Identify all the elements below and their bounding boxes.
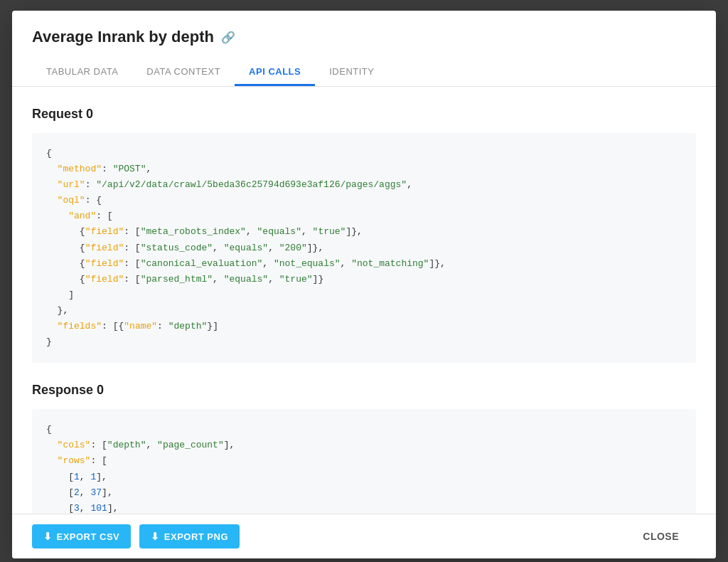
modal-body: Request 0 { "method": "POST", "url": "/a… <box>12 87 716 514</box>
tabs-bar: TABULAR DATA DATA CONTEXT API CALLS IDEN… <box>32 59 696 86</box>
response-section: Response 0 { "cols": ["depth", "page_cou… <box>32 383 696 514</box>
link-icon[interactable]: 🔗 <box>221 31 235 44</box>
modal-overlay: Average Inrank by depth 🔗 TABULAR DATA D… <box>0 0 728 562</box>
tab-tabular[interactable]: TABULAR DATA <box>32 59 132 86</box>
request-section: Request 0 { "method": "POST", "url": "/a… <box>32 107 696 363</box>
response-code-block: { "cols": ["depth", "page_count"], "rows… <box>32 409 696 514</box>
title-row: Average Inrank by depth 🔗 <box>32 28 696 46</box>
tab-identity[interactable]: IDENTITY <box>315 59 388 86</box>
request-title: Request 0 <box>32 107 696 122</box>
footer-left: ⬇ EXPORT CSV ⬇ EXPORT PNG <box>32 524 240 548</box>
modal-header: Average Inrank by depth 🔗 TABULAR DATA D… <box>12 11 716 87</box>
download-png-icon: ⬇ <box>151 531 160 542</box>
export-csv-button[interactable]: ⬇ EXPORT CSV <box>32 524 131 548</box>
tab-context[interactable]: DATA CONTEXT <box>132 59 235 86</box>
download-csv-icon: ⬇ <box>43 531 53 542</box>
request-code-block: { "method": "POST", "url": "/api/v2/data… <box>32 133 696 363</box>
modal-footer: ⬇ EXPORT CSV ⬇ EXPORT PNG CLOSE <box>12 514 716 558</box>
export-csv-label: EXPORT CSV <box>57 531 120 542</box>
modal-title: Average Inrank by depth <box>32 28 214 46</box>
tab-api[interactable]: API CALLS <box>235 59 315 86</box>
close-button[interactable]: CLOSE <box>626 524 696 548</box>
response-title: Response 0 <box>32 383 696 398</box>
export-png-button[interactable]: ⬇ EXPORT PNG <box>139 524 240 548</box>
export-png-label: EXPORT PNG <box>164 531 228 542</box>
modal: Average Inrank by depth 🔗 TABULAR DATA D… <box>12 11 716 558</box>
